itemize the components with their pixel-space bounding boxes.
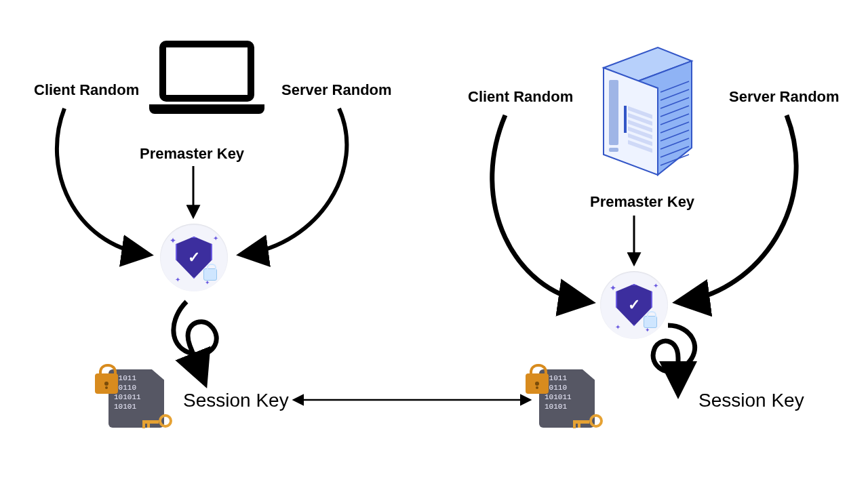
left-derivation-badge-icon: ✦✦ ✦✦ <box>160 224 228 291</box>
left-server-random-label: Server Random <box>281 81 392 99</box>
binary-line: 01011 <box>114 373 161 383</box>
mini-lock-icon <box>644 316 657 328</box>
left-premaster-label: Premaster Key <box>140 145 244 163</box>
padlock-icon <box>526 373 549 394</box>
padlock-icon <box>95 373 118 394</box>
key-icon <box>573 413 603 432</box>
right-client-random-label: Client Random <box>468 88 573 106</box>
binary-line: 10110 <box>545 383 592 392</box>
right-premaster-label: Premaster Key <box>590 193 694 211</box>
right-server-random-label: Server Random <box>729 88 840 106</box>
svg-rect-0 <box>609 80 618 145</box>
mini-lock-icon <box>203 268 217 281</box>
laptop-icon <box>149 41 264 114</box>
svg-rect-1 <box>609 148 618 152</box>
left-encrypted-data-icon: 01011 10110 101011 10101 <box>108 369 164 428</box>
svg-rect-2 <box>624 106 627 133</box>
diagram-stage: Client Random Server Random Premaster Ke… <box>0 0 868 488</box>
right-derivation-badge-icon: ✦✦ ✦✦ <box>600 271 668 339</box>
binary-line: 101011 <box>545 392 592 402</box>
binary-line: 10101 <box>114 402 161 411</box>
binary-line: 101011 <box>114 392 161 402</box>
binary-line: 01011 <box>545 373 592 383</box>
right-encrypted-data-icon: 01011 10110 101011 10101 <box>539 369 595 428</box>
binary-line: 10110 <box>114 383 161 392</box>
left-session-key-label: Session Key <box>183 390 289 411</box>
key-icon <box>142 413 172 432</box>
left-client-random-label: Client Random <box>34 81 139 99</box>
server-icon <box>590 27 705 163</box>
right-session-key-label: Session Key <box>698 390 804 411</box>
binary-line: 10101 <box>545 402 592 411</box>
